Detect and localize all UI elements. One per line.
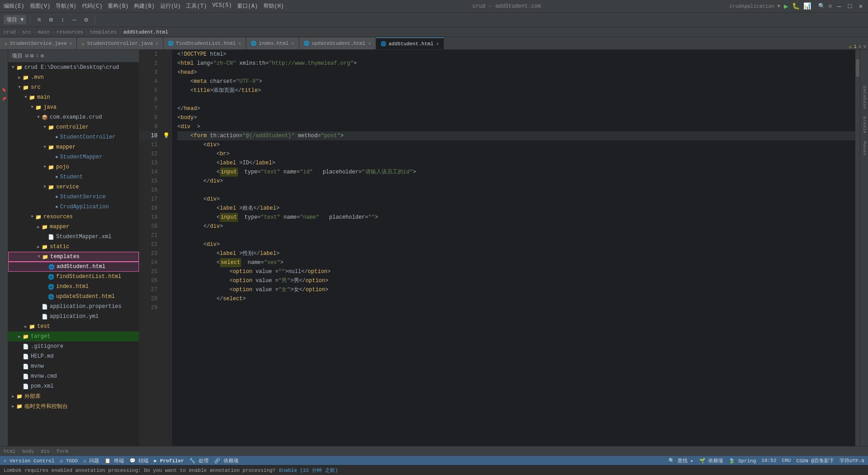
pin-icon[interactable]: 📌: [0, 95, 8, 102]
search-everywhere[interactable]: 🔍: [818, 3, 825, 10]
tree-item-index[interactable]: ▶ 🌐 index.html: [8, 282, 139, 292]
tree-item-pom[interactable]: ▶ 📄 pom.xml: [8, 381, 139, 391]
search-btn[interactable]: 🔍 查找 ▸: [668, 457, 694, 464]
tree-item-app-yml[interactable]: ▶ 📄 application.yml: [8, 312, 139, 321]
scroll-thumb[interactable]: [856, 59, 859, 77]
tree-item-gitignore[interactable]: ▶ 📄 .gitignore: [8, 341, 139, 351]
tree-item-updateStudent[interactable]: ▶ 🌐 updateStudent.html: [8, 292, 139, 302]
tab-close-2[interactable]: ✕: [156, 41, 158, 46]
todo-btn[interactable]: ☑ TODO: [60, 458, 78, 464]
menu-run[interactable]: 运行(U): [160, 2, 181, 10]
menu-bar[interactable]: 编辑(E) 视图(V) 导航(N) 代码(C) 重构(B) 构建(B) 运行(U…: [4, 2, 284, 10]
tab-close-5[interactable]: ✕: [368, 41, 371, 46]
menu-tools[interactable]: 工具(T): [186, 2, 207, 10]
maximize-button[interactable]: □: [846, 3, 854, 10]
profiler-btn[interactable]: ▶ Profiler: [154, 458, 184, 464]
tree-item-StudentService[interactable]: ▶ ● StudentService: [8, 192, 139, 202]
tree-item-StudentMapper[interactable]: ▶ ● StudentMapper: [8, 152, 139, 162]
breadcrumb-src[interactable]: src: [22, 29, 31, 35]
profile-button[interactable]: 📊: [803, 2, 811, 10]
tab-StudentController[interactable]: ☕ StudentController.java ✕: [77, 38, 163, 49]
tree-item-test[interactable]: ▶ 📁 test: [8, 321, 139, 331]
expand-arrow[interactable]: ▼: [10, 65, 16, 70]
project-dropdown[interactable]: 项目 ▼: [4, 15, 26, 24]
spring-btn[interactable]: 🍃 Spring: [729, 458, 756, 464]
breadcrumb-crud[interactable]: crud: [4, 29, 15, 35]
toolbar-btn-3[interactable]: ↕: [57, 15, 67, 25]
sort-icon[interactable]: ↕: [35, 53, 38, 59]
close-button[interactable]: ✕: [857, 3, 864, 10]
gradle-label[interactable]: Gradle: [862, 116, 867, 134]
breadcrumb-resources[interactable]: resources: [56, 29, 83, 35]
deps-btn2[interactable]: 🌱 依赖项: [699, 457, 724, 464]
deps-btn[interactable]: 🔗 依赖项: [214, 457, 238, 464]
tree-item-mapper2[interactable]: ▶ 📁 mapper: [8, 222, 139, 232]
tab-close-6[interactable]: ✕: [436, 41, 439, 47]
tree-item-ext-libs[interactable]: ▶ 📁 外部库: [8, 391, 139, 401]
version-control-btn[interactable]: ✓ Version Control: [4, 458, 54, 464]
terminal-btn[interactable]: 📋 终端: [105, 457, 124, 464]
tree-item-addStudent[interactable]: ▶ 🌐 addStudent.html: [8, 262, 139, 272]
maven-label[interactable]: Maven: [862, 141, 867, 156]
menu-code[interactable]: 代码(C): [82, 2, 103, 10]
tree-item-help[interactable]: ▶ 📄 HELP.md: [8, 351, 139, 361]
tree-item-service[interactable]: ▼ 📁 service: [8, 182, 139, 192]
tab-findStudentList[interactable]: 🌐 findStudentList.html ✕: [163, 38, 246, 49]
enable-link[interactable]: Enable (22 分钟 之前): [279, 467, 338, 474]
tree-item-app-props[interactable]: ▶ 📄 application.properties: [8, 302, 139, 312]
tree-item-Student[interactable]: ▶ ● Student: [8, 172, 139, 182]
tree-item-java[interactable]: ▼ 📁 java: [8, 102, 139, 112]
editor-scrollbar[interactable]: [855, 50, 860, 446]
bc-html[interactable]: html: [4, 449, 15, 454]
breadcrumb-templates[interactable]: templates: [90, 29, 116, 35]
tree-item-mapper[interactable]: ▼ 📁 mapper: [8, 142, 139, 152]
toolbar-btn-4[interactable]: ↔: [69, 15, 79, 25]
menu-vcs[interactable]: VCS(S): [212, 2, 232, 10]
tree-item-findStudentList[interactable]: ▶ 🌐 findStudentList.html: [8, 272, 139, 282]
tree-item-pojo[interactable]: ▼ 📁 pojo: [8, 162, 139, 172]
breadcrumb-file[interactable]: addStudent.html: [124, 29, 168, 35]
process-btn[interactable]: 🔧 处理: [189, 457, 209, 464]
tree-item-StudentMapper-xml[interactable]: ▶ 📄 StudentMapper.xml: [8, 232, 139, 242]
tree-item-mvnw[interactable]: ▶ 📄 mvnw: [8, 361, 139, 371]
tab-StudentService[interactable]: ☕ StudentService.java ✕: [0, 38, 77, 49]
menu-help[interactable]: 帮助(H): [263, 2, 284, 10]
tree-item-main[interactable]: ▼ 📁 main: [8, 92, 139, 102]
tree-item-CrudApplication[interactable]: ▶ ● CrudApplication: [8, 202, 139, 212]
tree-item-controller[interactable]: ▼ 📁 controller: [8, 122, 139, 132]
problems-btn[interactable]: ⚠ 问题: [83, 457, 99, 464]
breadcrumb-main[interactable]: main: [38, 29, 49, 35]
database-label[interactable]: Database: [862, 86, 867, 109]
tree-item-mvnw-cmd[interactable]: ▶ 📄 mvnw.cmd: [8, 371, 139, 381]
menu-view[interactable]: 视图(V): [30, 2, 51, 10]
tree-item-target[interactable]: ▶ 📁 target: [8, 331, 139, 341]
tree-item-package[interactable]: ▼ 📦 com.example.crud: [8, 112, 139, 122]
layout-icon[interactable]: ⊟: [25, 53, 29, 59]
tab-close-3[interactable]: ✕: [238, 41, 241, 46]
bc-body[interactable]: body: [22, 449, 34, 454]
toolbar-btn-2[interactable]: ⊞: [46, 15, 56, 25]
tree-item-mvn[interactable]: ▶ 📁 .mvn: [8, 72, 139, 82]
menu-build[interactable]: 构建(B): [134, 2, 155, 10]
run-button[interactable]: ▶: [784, 2, 788, 11]
expand-arrow[interactable]: ▶: [16, 75, 23, 80]
menu-window[interactable]: 窗口(A): [237, 2, 258, 10]
bc-form[interactable]: form: [56, 449, 68, 454]
toolbar-btn-1[interactable]: ≡: [34, 15, 44, 25]
toolbar-settings[interactable]: ⚙: [81, 15, 91, 25]
code-editor[interactable]: <!DOCTYPE html> <html lang="zh-CN" xmlns…: [172, 50, 855, 446]
settings-icon[interactable]: ⚙: [829, 3, 832, 10]
gutter-bulb-10[interactable]: 💡: [161, 131, 172, 140]
tab-index[interactable]: 🌐 index.html ✕: [246, 38, 299, 49]
gear-icon[interactable]: ⚙: [41, 53, 44, 59]
tree-item-src[interactable]: ▼ 📁 src: [8, 82, 139, 92]
console-btn[interactable]: 💬 结端: [129, 457, 149, 464]
menu-edit[interactable]: 编辑(E): [4, 2, 24, 10]
menu-refactor[interactable]: 重构(B): [108, 2, 129, 10]
tree-item-StudentController[interactable]: ▶ ● StudentController: [8, 132, 139, 142]
tree-item-scratch[interactable]: ▶ 📁 临时文件和控制台: [8, 401, 139, 411]
tree-item-resources[interactable]: ▼ 📁 resources: [8, 212, 139, 222]
tab-close-StudentService[interactable]: ✕: [69, 41, 72, 46]
tree-item-static[interactable]: ▶ 📁 static: [8, 242, 139, 252]
tab-updateStudent[interactable]: 🌐 updateStudent.html ✕: [299, 38, 376, 49]
